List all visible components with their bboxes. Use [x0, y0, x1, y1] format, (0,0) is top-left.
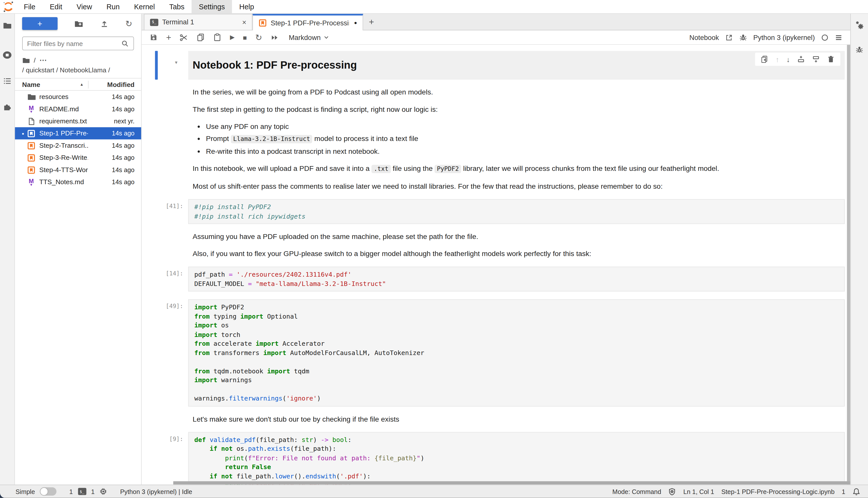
file-row[interactable]: requirements.txtnext yr.: [15, 115, 141, 127]
cell-gutter: [142, 233, 188, 258]
notebook-content: ▾Notebook 1: PDF Pre-processing↑↓In the …: [142, 45, 851, 484]
cell-type-dropdown[interactable]: Markdown: [289, 34, 329, 41]
running-kernels-tab-icon[interactable]: [2, 50, 12, 60]
menu-tabs[interactable]: Tabs: [162, 0, 192, 14]
menu-file[interactable]: File: [16, 0, 42, 14]
toolbar-menu-icon[interactable]: [835, 34, 843, 41]
cell-collapser-icon[interactable]: ▾: [175, 60, 178, 65]
mode-indicator[interactable]: Mode: Command: [612, 488, 661, 495]
file-name: resources: [36, 93, 88, 101]
menu-settings[interactable]: Settings: [192, 0, 232, 14]
kernel-status-text[interactable]: Python 3 (ipykernel) | Idle: [120, 488, 192, 495]
close-tab-icon[interactable]: ×: [242, 18, 246, 26]
breadcrumb-ellipsis-icon[interactable]: ⋯: [39, 56, 47, 64]
code-editor[interactable]: import PyPDF2from typing import Optional…: [188, 299, 845, 406]
column-modified[interactable]: Modified: [88, 80, 141, 88]
code-editor[interactable]: def validate_pdf(file_path: str) -> bool…: [188, 432, 845, 484]
code-cell[interactable]: [14]:pdf_path = './resources/2402.13116v…: [142, 266, 845, 291]
file-row[interactable]: Step-2-Transcri...14s ago: [15, 140, 141, 152]
code-cell[interactable]: [49]:import PyPDF2from typing import Opt…: [142, 299, 845, 406]
home-folder-icon[interactable]: [22, 56, 30, 64]
file-modified: 14s ago: [88, 130, 141, 136]
duplicate-cell-icon[interactable]: [761, 55, 768, 63]
notebook-file-icon: [27, 166, 36, 174]
kernel-status-icon: [821, 34, 829, 41]
trust-indicator-icon[interactable]: [668, 488, 676, 496]
insert-cell-icon[interactable]: +: [166, 33, 171, 42]
copy-cells-icon[interactable]: [196, 33, 205, 41]
menu-view[interactable]: View: [69, 0, 99, 14]
active-file-name: Step-1 PDF-Pre-Processing-Logic.ipynb: [722, 488, 834, 495]
markdown-cell[interactable]: Assuming you have a PDF uploaded on the …: [142, 233, 851, 258]
file-row[interactable]: M▼README.md14s ago: [15, 103, 141, 115]
cursor-position[interactable]: Ln 1, Col 1: [684, 488, 714, 495]
restart-run-all-icon[interactable]: [270, 34, 278, 41]
markdown-cell[interactable]: Let's make sure we don't stub our toe by…: [142, 415, 851, 423]
extension-manager-tab-icon[interactable]: [3, 102, 12, 111]
breadcrumb-root[interactable]: /: [34, 56, 36, 64]
file-name: Step-4-TTS-Wor...: [36, 166, 88, 174]
code-cell[interactable]: [9]:def validate_pdf(file_path: str) -> …: [142, 432, 845, 484]
markdown-rendered: Assuming you have a PDF uploaded on the …: [188, 233, 851, 258]
file-row[interactable]: ●Step-1 PDF-Pre-...14s ago: [15, 127, 141, 139]
code-editor[interactable]: pdf_path = './resources/2402.13116v4.pdf…: [188, 266, 845, 291]
file-modified: 14s ago: [88, 154, 141, 161]
horizontal-scrollbar[interactable]: [173, 481, 850, 484]
run-cell-icon[interactable]: ▶: [230, 34, 234, 40]
menu-run[interactable]: Run: [99, 0, 127, 14]
dock-tab-bar: $_ Terminal 1 × Step-1 PDF-Pre-Processin…: [142, 14, 851, 30]
table-of-contents-tab-icon[interactable]: [3, 77, 11, 85]
move-cell-down-icon[interactable]: ↓: [786, 55, 790, 63]
external-link-icon[interactable]: [725, 34, 733, 41]
new-folder-icon[interactable]: [74, 19, 83, 28]
file-row[interactable]: resources14s ago: [15, 91, 141, 103]
file-modified: 14s ago: [88, 142, 141, 149]
new-launcher-button[interactable]: +: [22, 17, 58, 30]
interrupt-kernel-icon[interactable]: ■: [243, 34, 247, 40]
filter-files-input[interactable]: Filter files by name: [22, 37, 134, 50]
upload-icon[interactable]: [100, 19, 108, 28]
file-name: README.md: [36, 105, 88, 113]
file-row[interactable]: M▼TTS_Notes.md14s ago: [15, 176, 141, 188]
move-cell-up-icon[interactable]: ↑: [776, 55, 779, 63]
cut-cells-icon[interactable]: [180, 33, 188, 42]
tab-label: Step-1 PDF-Pre-Processing: [271, 19, 349, 27]
file-browser-tab-icon[interactable]: [3, 21, 12, 30]
jupyterlab-window: FileEditViewRunKernelTabsSettingsHelp + …: [0, 0, 868, 498]
menu-kernel[interactable]: Kernel: [127, 0, 162, 14]
code-cell[interactable]: [41]:#!pip install PyPDF2#!pip install r…: [142, 199, 845, 224]
column-name[interactable]: Name ▲: [15, 80, 88, 88]
main-dock-panel: $_ Terminal 1 × Step-1 PDF-Pre-Processin…: [142, 14, 851, 484]
insert-cell-below-icon[interactable]: [812, 55, 820, 63]
menu-help[interactable]: Help: [232, 0, 261, 14]
notification-bell-icon[interactable]: [852, 488, 860, 496]
simple-mode-toggle[interactable]: [40, 487, 56, 496]
delete-cell-icon[interactable]: [827, 55, 835, 63]
insert-cell-above-icon[interactable]: [797, 55, 805, 63]
markdown-cell[interactable]: In the series, we will be going from a P…: [142, 88, 851, 191]
debugger-icon[interactable]: [739, 33, 747, 41]
menu-edit[interactable]: Edit: [42, 0, 69, 14]
new-tab-button[interactable]: +: [363, 14, 380, 30]
tab-terminal-1[interactable]: $_ Terminal 1 ×: [144, 14, 252, 30]
vertical-scrollbar[interactable]: [847, 45, 850, 484]
search-icon: [121, 39, 129, 47]
file-row[interactable]: Step-4-TTS-Wor...14s ago: [15, 164, 141, 176]
property-inspector-tab-icon[interactable]: [855, 21, 864, 30]
file-modified: 14s ago: [88, 106, 141, 112]
tab-step1-notebook[interactable]: Step-1 PDF-Pre-Processing ●: [253, 14, 363, 30]
debugger-tab-icon[interactable]: [855, 45, 864, 54]
terminal-count[interactable]: 1: [69, 488, 73, 495]
markdown-title-cell[interactable]: ▾Notebook 1: PDF Pre-processing↑↓: [142, 51, 845, 80]
kernels-icon[interactable]: [100, 488, 107, 495]
paste-cells-icon[interactable]: [213, 33, 221, 41]
refresh-icon[interactable]: ↻: [125, 19, 132, 28]
kernel-name[interactable]: Python 3 (ipykernel): [753, 34, 815, 41]
kernel-count[interactable]: 1: [91, 488, 94, 495]
code-editor[interactable]: #!pip install PyPDF2#!pip install rich i…: [188, 199, 845, 224]
file-row[interactable]: Step-3-Re-Write...14s ago: [15, 152, 141, 163]
terminals-icon[interactable]: $_: [78, 488, 86, 495]
notification-count[interactable]: 1: [842, 488, 845, 495]
save-icon[interactable]: [149, 33, 158, 41]
restart-kernel-icon[interactable]: ↻: [255, 33, 262, 41]
